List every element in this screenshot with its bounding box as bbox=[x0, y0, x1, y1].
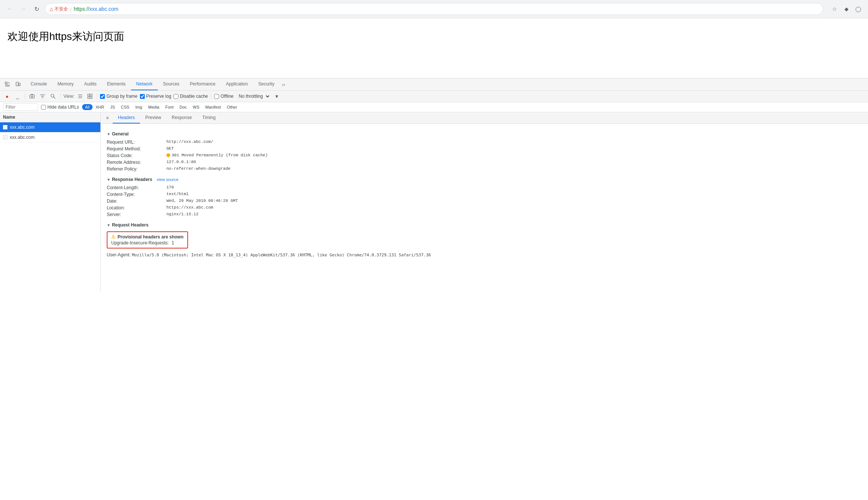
search-button[interactable] bbox=[49, 92, 57, 100]
detail-tab-response[interactable]: Response bbox=[166, 112, 197, 124]
upgrade-insecure-label: Upgrade-Insecure-Requests: bbox=[111, 240, 169, 246]
date-label: Date: bbox=[107, 199, 166, 204]
remote-address-row: Remote Address: 127.0.0.1:80 bbox=[107, 159, 862, 166]
request-method-row: Request Method: GET bbox=[107, 146, 862, 152]
forward-button[interactable]: → bbox=[18, 4, 28, 14]
tab-security[interactable]: Security bbox=[253, 78, 280, 90]
throttle-dropdown-button[interactable]: ▼ bbox=[273, 92, 281, 100]
tab-sources[interactable]: Sources bbox=[158, 78, 185, 90]
detail-tab-preview[interactable]: Preview bbox=[140, 112, 166, 124]
request-icon-0 bbox=[3, 125, 7, 129]
record-button[interactable]: ● bbox=[3, 92, 11, 100]
headers-content: ▼ General Request URL: http://xxx.abc.co… bbox=[101, 124, 868, 261]
address-bar[interactable]: △ 不安全 | https://xxx.abc.com bbox=[45, 3, 823, 15]
tab-network[interactable]: Network bbox=[131, 78, 158, 90]
response-headers-triangle-icon: ▼ bbox=[107, 178, 110, 182]
filter-xhr-button[interactable]: XHR bbox=[93, 104, 107, 110]
content-type-label: Content-Type: bbox=[107, 192, 166, 197]
server-value: nginx/1.15.12 bbox=[166, 212, 199, 217]
status-code-value: 301 Moved Permanently (from disk cache) bbox=[166, 153, 268, 158]
content-length-row: Content-Length: 170 bbox=[107, 184, 862, 191]
disable-cache-label[interactable]: Disable cache bbox=[174, 94, 208, 99]
provisional-warning-box: ⚠ Provisional headers are shown Upgrade-… bbox=[107, 231, 188, 249]
back-button[interactable]: ← bbox=[4, 4, 15, 14]
svg-rect-17 bbox=[88, 94, 90, 96]
preserve-log-label[interactable]: Preserve log bbox=[140, 94, 171, 99]
view-label: View: bbox=[63, 94, 74, 99]
request-item-0[interactable]: xxx.abc.com bbox=[0, 122, 100, 132]
filter-media-button[interactable]: Media bbox=[145, 104, 162, 110]
network-panel: Name xxx.abc.com xxx.abc.com × Headers P… bbox=[0, 112, 868, 291]
bookmark-button[interactable]: ☆ bbox=[829, 4, 840, 14]
inspect-element-button[interactable] bbox=[3, 80, 12, 89]
filter-font-button[interactable]: Font bbox=[162, 104, 177, 110]
filter-all-button[interactable]: All bbox=[82, 104, 93, 110]
svg-rect-19 bbox=[88, 97, 90, 99]
group-by-frame-checkbox[interactable] bbox=[100, 94, 105, 99]
profile-button[interactable]: ◯ bbox=[853, 4, 864, 14]
details-tab-bar: × Headers Preview Response Timing bbox=[101, 112, 868, 124]
throttle-select[interactable]: No throttling bbox=[236, 93, 271, 100]
reload-button[interactable]: ↻ bbox=[31, 4, 42, 14]
offline-checkbox[interactable] bbox=[214, 94, 219, 99]
filter-css-button[interactable]: CSS bbox=[118, 104, 132, 110]
svg-rect-5 bbox=[19, 83, 20, 86]
filter-input[interactable] bbox=[6, 104, 35, 110]
group-by-frame-label[interactable]: Group by frame bbox=[100, 94, 137, 99]
general-section-header[interactable]: ▼ General bbox=[107, 131, 862, 137]
clear-button[interactable]: ⎯ bbox=[13, 92, 22, 100]
request-name-1: xxx.abc.com bbox=[10, 135, 35, 140]
upgrade-insecure-value: 1 bbox=[171, 240, 174, 246]
filter-img-button[interactable]: Img bbox=[132, 104, 145, 110]
location-row: Location: https://xxx.abc.com bbox=[107, 204, 862, 211]
view-list-button[interactable] bbox=[77, 93, 84, 100]
filter-js-button[interactable]: JS bbox=[107, 104, 118, 110]
offline-label[interactable]: Offline bbox=[214, 94, 233, 99]
screenshot-button[interactable] bbox=[28, 92, 36, 100]
hide-data-urls-checkbox[interactable] bbox=[41, 105, 46, 110]
tab-performance[interactable]: Performance bbox=[185, 78, 221, 90]
svg-line-13 bbox=[54, 97, 56, 99]
filter-manifest-button[interactable]: Manifest bbox=[202, 104, 224, 110]
devtools-panel: Console Memory Audits Elements Network S… bbox=[0, 78, 868, 291]
view-source-link[interactable]: view source bbox=[157, 177, 178, 182]
security-warning: △ 不安全 bbox=[50, 6, 68, 12]
view-grid-button[interactable] bbox=[86, 93, 94, 100]
filter-button[interactable] bbox=[38, 92, 47, 100]
content-length-label: Content-Length: bbox=[107, 185, 166, 190]
date-row: Date: Wed, 29 May 2019 08:46:28 GMT bbox=[107, 198, 862, 204]
location-value: https://xxx.abc.com bbox=[166, 205, 213, 210]
extensions-button[interactable]: ◆ bbox=[841, 4, 852, 14]
user-agent-value: Mozilla/5.0 (Macintosh; Intel Mac OS X 1… bbox=[132, 253, 431, 257]
browser-chrome: ← → ↻ △ 不安全 | https://xxx.abc.com ☆ ◆ ◯ bbox=[0, 0, 868, 18]
tab-memory[interactable]: Memory bbox=[52, 78, 79, 90]
detail-tab-timing[interactable]: Timing bbox=[197, 112, 221, 124]
tab-more[interactable]: ›› bbox=[280, 79, 288, 90]
user-agent-label: User-Agent: bbox=[107, 252, 131, 257]
content-type-value: text/html bbox=[166, 192, 188, 197]
detail-tab-headers[interactable]: Headers bbox=[113, 112, 140, 124]
disable-cache-checkbox[interactable] bbox=[174, 94, 178, 99]
request-url-value: http://xxx.abc.com/ bbox=[166, 140, 213, 145]
preserve-log-checkbox[interactable] bbox=[140, 94, 145, 99]
tab-application[interactable]: Application bbox=[221, 78, 253, 90]
tab-audits[interactable]: Audits bbox=[79, 78, 102, 90]
date-value: Wed, 29 May 2019 08:46:28 GMT bbox=[166, 199, 238, 204]
svg-point-6 bbox=[17, 85, 18, 86]
chrome-actions: ☆ ◆ ◯ bbox=[829, 4, 864, 14]
device-mode-button[interactable] bbox=[13, 80, 22, 89]
request-list: Name xxx.abc.com xxx.abc.com bbox=[0, 112, 101, 291]
tab-console[interactable]: Console bbox=[25, 78, 52, 90]
hide-data-urls-label[interactable]: Hide data URLs bbox=[41, 104, 79, 110]
filter-ws-button[interactable]: WS bbox=[190, 104, 203, 110]
response-headers-section-header[interactable]: ▼ Response Headers view source bbox=[107, 177, 862, 182]
filter-other-button[interactable]: Other bbox=[224, 104, 240, 110]
request-item-1[interactable]: xxx.abc.com bbox=[0, 132, 100, 143]
request-headers-section-header[interactable]: ▼ Request Headers bbox=[107, 222, 862, 228]
filter-doc-button[interactable]: Doc bbox=[177, 104, 190, 110]
tab-elements[interactable]: Elements bbox=[102, 78, 131, 90]
remote-address-value: 127.0.0.1:80 bbox=[166, 160, 196, 165]
request-name-0: xxx.abc.com bbox=[10, 125, 35, 130]
request-method-value: GET bbox=[166, 146, 174, 151]
details-close-button[interactable]: × bbox=[104, 114, 111, 122]
